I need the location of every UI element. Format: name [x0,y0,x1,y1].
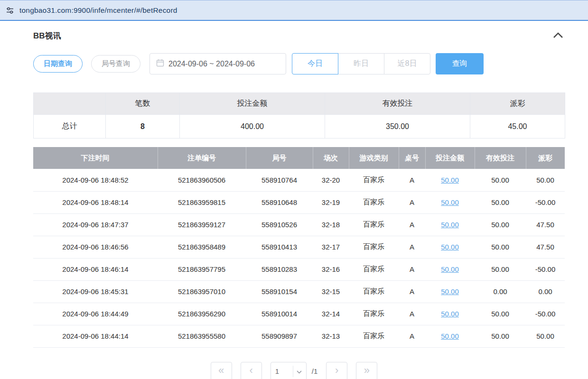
payout-cell: -50.00 [526,191,565,213]
table-row: 2024-09-06 18:46:14 521863957795 5589102… [33,258,565,280]
bet-table-body: 2024-09-06 18:48:52 521863960506 5589107… [33,169,565,347]
summary-table: 笔数 投注金额 有效投注 派彩 总计 8 400.00 350.00 45.00 [33,92,565,139]
summary-row: 总计 8 400.00 350.00 45.00 [34,115,565,139]
payout-cell: -50.00 [526,258,565,280]
address-url: tongbao31.com:9900/infe/mcenter/#/betRec… [19,6,177,15]
payout-cell: 47.50 [526,236,565,258]
game-type-cell: 百家乐 [349,303,399,325]
summary-valid-bet: 350.00 [325,115,470,139]
bet-id-cell: 521863955580 [158,325,246,347]
valid-bet-cell: 50.00 [475,258,526,280]
valid-bet-cell: 50.00 [475,325,526,347]
table-no-cell: A [399,303,425,325]
bet-amount-link[interactable]: 50.00 [441,176,459,184]
round-id-cell: 558910526 [246,213,313,236]
bet-amount-link[interactable]: 50.00 [441,332,459,340]
col-header-session: 场次 [313,147,349,169]
payout-cell: 50.00 [526,169,565,191]
summary-header-count: 笔数 [106,93,180,115]
double-chevron-left-icon: « [218,365,224,376]
next-page-button[interactable]: › [326,362,347,379]
table-row: 2024-09-06 18:44:14 521863955580 5589098… [33,325,565,347]
bet-amount-link[interactable]: 50.00 [441,198,459,206]
address-bar[interactable]: tongbao31.com:9900/infe/mcenter/#/betRec… [0,0,588,21]
col-header-bet-id: 注单编号 [158,147,246,169]
table-row: 2024-09-06 18:48:52 521863960506 5589107… [33,169,565,191]
summary-count: 8 [106,115,180,139]
bet-id-cell: 521863960506 [158,169,246,191]
summary-header-valid-bet: 有效投注 [325,93,470,115]
table-row: 2024-09-06 18:46:56 521863958489 5589104… [33,236,565,258]
round-id-cell: 558910283 [246,258,313,280]
summary-header-empty [34,93,106,115]
bet-amount-cell: 50.00 [425,280,475,303]
table-no-cell: A [399,258,425,280]
bet-amount-link[interactable]: 50.00 [441,287,459,296]
session-cell: 32-19 [313,191,349,213]
session-cell: 32-16 [313,258,349,280]
bet-amount-cell: 50.00 [425,325,475,347]
game-type-cell: 百家乐 [349,213,399,236]
last-page-button[interactable]: » [356,362,377,379]
game-type-cell: 百家乐 [349,169,399,191]
yesterday-button[interactable]: 昨日 [338,53,384,74]
bet-records-table: 下注时间 注单编号 局号 场次 游戏类别 桌号 投注金额 有效投注 派彩 202… [33,147,565,348]
round-id-cell: 558910154 [246,280,313,303]
panel-header: BB视讯 [0,21,588,41]
table-no-cell: A [399,213,425,236]
table-row: 2024-09-06 18:47:37 521863959127 5589105… [33,213,565,236]
bet-id-cell: 521863959127 [158,213,246,236]
collapse-button[interactable] [553,32,563,40]
session-cell: 32-13 [313,325,349,347]
game-type-cell: 百家乐 [349,191,399,213]
table-row: 2024-09-06 18:48:14 521863959815 5589106… [33,191,565,213]
summary-header-bet-amount: 投注金额 [180,93,325,115]
bet-id-cell: 521863957795 [158,258,246,280]
bet-id-cell: 521863956290 [158,303,246,325]
date-range-input[interactable]: 2024-09-06 ~ 2024-09-06 [149,53,286,74]
today-button[interactable]: 今日 [292,53,338,74]
table-row: 2024-09-06 18:44:49 521863956290 5589100… [33,303,565,325]
time-cell: 2024-09-06 18:44:49 [33,303,158,325]
first-page-button[interactable]: « [211,362,232,379]
page-total: /1 [312,367,318,375]
bet-amount-link[interactable]: 50.00 [441,310,459,318]
bet-amount-cell: 50.00 [425,213,475,236]
last8days-button[interactable]: 近8日 [384,53,430,74]
chevron-up-icon [553,32,563,40]
time-cell: 2024-09-06 18:46:14 [33,258,158,280]
search-button[interactable]: 查询 [436,53,484,74]
valid-bet-cell: 50.00 [475,303,526,325]
bet-id-cell: 521863957010 [158,280,246,303]
game-type-cell: 百家乐 [349,258,399,280]
bet-amount-link[interactable]: 50.00 [441,221,459,229]
tune-icon[interactable] [6,6,14,15]
valid-bet-cell: 50.00 [475,213,526,236]
col-header-round-id: 局号 [246,147,313,169]
session-cell: 32-17 [313,236,349,258]
date-query-tab[interactable]: 日期查询 [33,55,83,73]
prev-page-button[interactable]: ‹ [241,362,262,379]
bet-amount-cell: 50.00 [425,169,475,191]
round-id-cell: 558910413 [246,236,313,258]
round-id-cell: 558910014 [246,303,313,325]
session-cell: 32-18 [313,213,349,236]
payout-cell: 50.00 [526,325,565,347]
table-no-cell: A [399,236,425,258]
col-header-payout: 派彩 [526,147,565,169]
round-id-cell: 558910648 [246,191,313,213]
table-no-cell: A [399,325,425,347]
bet-amount-link[interactable]: 50.00 [441,265,459,273]
time-cell: 2024-09-06 18:48:14 [33,191,158,213]
chevron-down-icon [297,367,302,375]
col-header-time: 下注时间 [33,147,158,169]
page-select[interactable]: 1 [271,362,307,379]
summary-payout: 45.00 [470,115,565,139]
valid-bet-cell: 50.00 [475,191,526,213]
round-query-tab[interactable]: 局号查询 [91,55,140,73]
bet-amount-link[interactable]: 50.00 [441,243,459,251]
summary-header-payout: 派彩 [470,93,565,115]
page-title: BB视讯 [33,30,61,41]
col-header-bet-amount: 投注金额 [425,147,475,169]
pagination: « ‹ 1 /1 › » [0,362,588,379]
